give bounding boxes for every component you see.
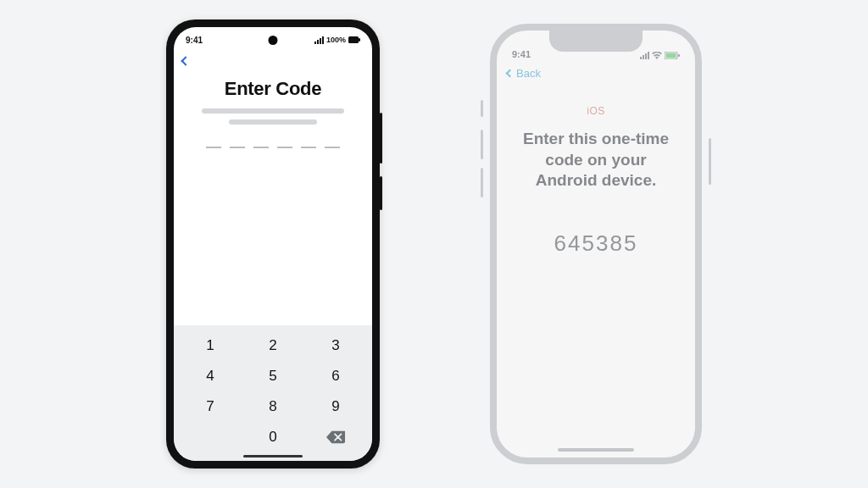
svg-rect-4 <box>678 54 680 57</box>
backspace-icon <box>326 430 345 444</box>
ios-nav-bar: Back <box>497 63 695 83</box>
keypad-key-9[interactable]: 9 <box>304 391 367 422</box>
iphone-device-frame: 9:41 Back iOS Enter this one-time code o… <box>490 24 702 464</box>
code-digit-slot <box>230 147 245 148</box>
subtitle-placeholder <box>202 108 343 114</box>
iphone-volume-down <box>481 168 483 197</box>
page-title: Enter Code <box>192 78 353 100</box>
status-time: 9:41 <box>512 49 531 59</box>
numeric-keypad: 1 2 3 4 5 6 7 8 9 0 <box>174 325 372 461</box>
android-screen: 9:41 100% Enter Code <box>174 27 372 461</box>
brand-label: iOS <box>522 105 670 117</box>
back-icon[interactable] <box>506 69 515 77</box>
iphone-volume-up <box>481 130 483 159</box>
ios-content: iOS Enter this one-time code on your And… <box>497 83 695 257</box>
keypad-key-8[interactable]: 8 <box>242 391 304 422</box>
one-time-code: 645385 <box>522 230 670 257</box>
code-digit-slot <box>206 147 221 148</box>
iphone-home-indicator[interactable] <box>558 448 634 452</box>
android-device-frame: 9:41 100% Enter Code <box>166 19 380 469</box>
back-button[interactable]: Back <box>516 67 541 80</box>
keypad-key-7[interactable]: 7 <box>179 391 242 422</box>
iphone-power-button <box>709 138 711 185</box>
code-digit-slot <box>301 147 316 148</box>
keypad-key-empty <box>179 422 242 452</box>
svg-rect-1 <box>359 38 360 42</box>
status-icons: 100% <box>314 36 360 44</box>
keypad-key-3[interactable]: 3 <box>304 330 367 361</box>
code-digit-slot <box>277 147 292 148</box>
iphone-notch <box>549 30 643 52</box>
subtitle-placeholder <box>229 119 318 125</box>
android-volume-button <box>380 113 382 164</box>
keypad-key-5[interactable]: 5 <box>242 361 304 391</box>
signal-icon <box>640 52 649 59</box>
android-punch-hole-camera <box>269 36 278 45</box>
keypad-key-0[interactable]: 0 <box>242 422 304 452</box>
android-nav-bar <box>174 53 372 69</box>
android-home-indicator[interactable] <box>243 455 303 458</box>
wifi-icon <box>652 52 662 59</box>
android-power-button <box>380 176 382 210</box>
battery-icon <box>348 36 360 43</box>
battery-label: 100% <box>326 36 346 44</box>
keypad-backspace[interactable] <box>304 422 367 452</box>
instruction-heading: Enter this one-time code on your Android… <box>522 129 670 191</box>
keypad-key-4[interactable]: 4 <box>179 361 242 391</box>
keypad-key-6[interactable]: 6 <box>304 361 367 391</box>
status-time: 9:41 <box>186 36 203 45</box>
battery-icon <box>665 52 680 59</box>
keypad-key-2[interactable]: 2 <box>242 330 304 361</box>
svg-rect-0 <box>348 36 359 43</box>
svg-rect-3 <box>666 53 676 58</box>
code-digit-slot <box>325 147 340 148</box>
keypad-key-1[interactable]: 1 <box>179 330 242 361</box>
android-content: Enter Code <box>174 69 372 325</box>
back-icon[interactable] <box>181 56 190 65</box>
code-input[interactable] <box>192 147 353 148</box>
status-icons <box>640 52 680 59</box>
signal-icon <box>314 36 324 44</box>
code-digit-slot <box>253 147 269 148</box>
iphone-mute-switch <box>481 100 483 117</box>
